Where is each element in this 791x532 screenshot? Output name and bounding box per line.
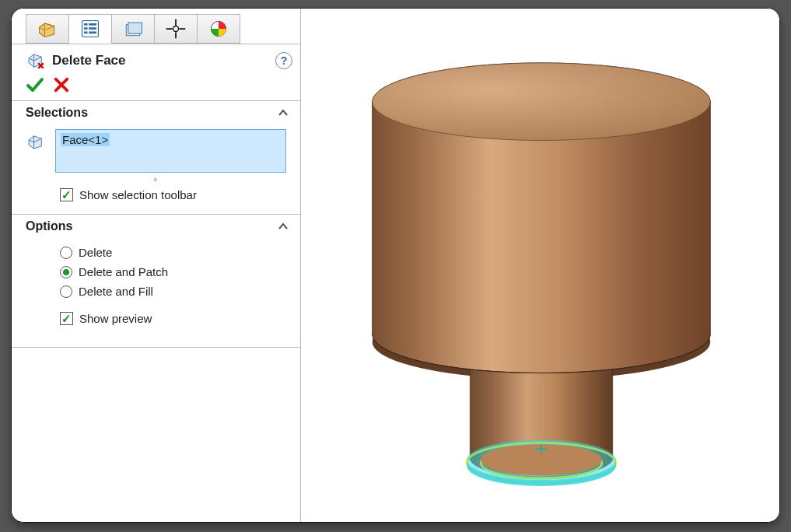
option-delete-radio[interactable] [60, 247, 72, 259]
selection-item[interactable]: Face<1> [61, 133, 110, 146]
option-delete-label[interactable]: Delete [79, 246, 112, 259]
resize-handle[interactable]: ∘ [26, 174, 286, 185]
selected-face-highlight [467, 439, 615, 486]
selection-list[interactable]: Face<1> [55, 129, 286, 173]
feature-title: Delete Face [49, 53, 275, 68]
property-manager-tab[interactable] [68, 14, 112, 44]
app-window: Delete Face ? Selection [11, 8, 780, 523]
selections-header[interactable]: Selections [12, 101, 300, 124]
configuration-tab[interactable] [111, 14, 155, 44]
svg-rect-8 [128, 23, 142, 33]
check-icon [26, 75, 44, 94]
target-icon [165, 18, 187, 40]
face-icon [26, 129, 47, 155]
sheet-stack-icon [122, 18, 144, 40]
chevron-up-icon [277, 107, 289, 119]
appearance-tab[interactable] [197, 14, 240, 44]
delete-face-icon [26, 51, 49, 71]
property-manager-panel: Delete Face ? Selection [12, 9, 301, 522]
svg-point-9 [173, 26, 179, 32]
svg-rect-4 [89, 27, 96, 30]
option-delete-fill-row: Delete and Fill [26, 282, 286, 301]
list-icon [79, 18, 101, 40]
show-preview-row: Show preview [26, 309, 286, 328]
svg-rect-2 [89, 23, 96, 26]
dimxpert-tab[interactable] [154, 14, 198, 44]
selections-body: Face<1> ∘ Show selection toolbar [12, 124, 300, 214]
show-toolbar-row: Show selection toolbar [26, 185, 286, 205]
cancel-button[interactable] [52, 75, 71, 94]
options-section: Options Delete Delete and Patch [12, 215, 300, 348]
option-delete-row: Delete [26, 243, 286, 262]
model-render [301, 9, 779, 522]
ok-button[interactable] [26, 75, 44, 94]
selection-row: Face<1> [26, 129, 286, 173]
help-button[interactable]: ? [275, 52, 292, 69]
content-split: Delete Face ? Selection [12, 9, 779, 522]
show-toolbar-checkbox[interactable] [60, 188, 73, 201]
option-delete-fill-radio[interactable] [60, 285, 72, 298]
selections-section: Selections Face<1> [12, 101, 300, 215]
panel-tabs [12, 9, 300, 44]
scene [301, 9, 779, 522]
feature-header: Delete Face ? [12, 44, 300, 75]
svg-rect-5 [84, 32, 87, 34]
option-delete-patch-label[interactable]: Delete and Patch [79, 265, 168, 278]
svg-rect-3 [84, 27, 87, 30]
show-preview-label[interactable]: Show preview [79, 312, 152, 325]
confirm-row [12, 75, 300, 101]
chevron-up-icon [277, 220, 289, 233]
options-header[interactable]: Options [12, 215, 300, 238]
options-body: Delete Delete and Patch Delete and Fill … [12, 238, 300, 347]
color-ball-icon [208, 18, 229, 40]
3d-viewport[interactable] [301, 9, 779, 522]
feature-tab[interactable] [26, 14, 69, 44]
selections-header-label: Selections [26, 106, 88, 120]
part-icon [37, 18, 58, 40]
option-delete-fill-label[interactable]: Delete and Fill [79, 285, 153, 298]
svg-point-19 [373, 63, 711, 141]
show-toolbar-label[interactable]: Show selection toolbar [79, 188, 197, 201]
svg-rect-6 [89, 32, 96, 34]
option-delete-patch-row: Delete and Patch [26, 262, 286, 282]
svg-rect-1 [84, 23, 87, 26]
option-delete-patch-radio[interactable] [60, 266, 72, 278]
options-header-label: Options [26, 219, 72, 233]
x-icon [53, 76, 70, 93]
show-preview-checkbox[interactable] [60, 312, 73, 325]
